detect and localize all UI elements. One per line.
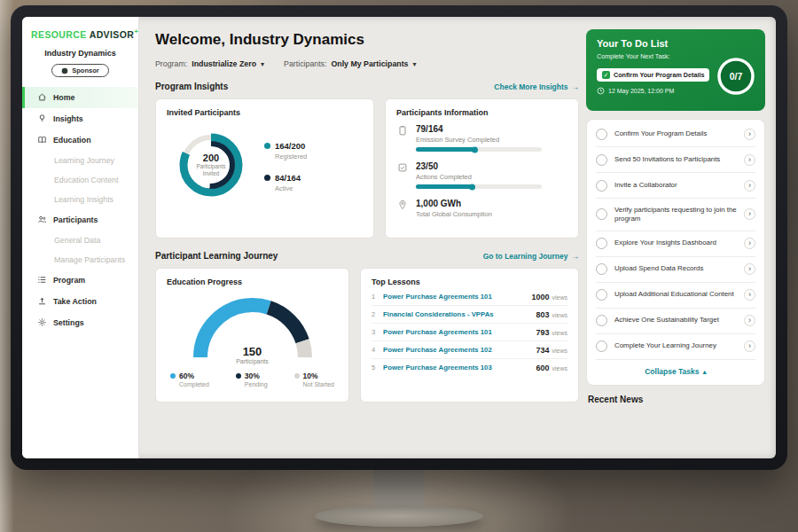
task-checkbox[interactable] xyxy=(596,129,607,140)
sidebar-item-take-action[interactable]: Take Action xyxy=(22,291,138,312)
task-row[interactable]: Upload Additional Educational Content › xyxy=(596,283,755,309)
sidebar-item-label: Manage Participants xyxy=(54,255,125,264)
participants-filter-value: Only My Participants xyxy=(331,59,408,68)
legend-value: 10% xyxy=(303,372,318,380)
sidebar-item-program[interactable]: Program xyxy=(22,270,138,291)
task-checkbox[interactable] xyxy=(596,180,607,192)
lesson-link[interactable]: Power Purchase Agreements 103 xyxy=(383,364,492,372)
check-more-insights-link[interactable]: Check More Insights → xyxy=(494,82,579,91)
legend-pending: 30% Pending xyxy=(236,372,268,387)
metric-value: 23/50 xyxy=(416,161,542,171)
sidebar-item-learning-journey[interactable]: Learning Journey xyxy=(22,151,138,170)
chevron-up-icon: ▴ xyxy=(702,367,706,376)
checklist-icon xyxy=(396,161,408,189)
todo-panel: Your To Do List Complete Your Next Task:… xyxy=(586,17,776,458)
card-title: Education Progress xyxy=(167,278,338,286)
task-row[interactable]: Achieve One Sustainability Target › xyxy=(596,309,755,334)
task-checkbox[interactable] xyxy=(596,238,607,249)
invited-donut-chart: 200 Participants Invited xyxy=(167,121,255,209)
metric-label: Total Global Consumption xyxy=(416,210,492,218)
lesson-row: 2 Financial Considerations - VPPAs 803vi… xyxy=(372,306,567,324)
chevron-right-icon[interactable]: › xyxy=(744,263,755,275)
task-checkbox[interactable] xyxy=(596,208,607,220)
task-row[interactable]: Upload Spend Data Records › xyxy=(596,257,755,283)
task-row[interactable]: Explore Your Insights Dashboard › xyxy=(596,231,755,257)
task-checkbox[interactable] xyxy=(596,315,607,326)
views-label: views xyxy=(552,348,567,354)
sidebar-item-insights[interactable]: Insights xyxy=(22,108,138,129)
todo-progress-ring: 0/7 xyxy=(716,56,756,97)
logo-secondary: ADVISOR xyxy=(90,29,135,40)
task-label: Confirm Your Program Details xyxy=(614,129,737,138)
sidebar-item-general-data[interactable]: General Data xyxy=(22,231,138,250)
task-label: Achieve One Sustainability Target xyxy=(614,316,737,325)
legend-not-started: 10% Not Started xyxy=(294,372,334,387)
chevron-right-icon[interactable]: › xyxy=(744,154,755,166)
participants-filter-dropdown[interactable]: Participants: Only My Participants ▾ xyxy=(284,59,416,68)
sidebar-item-learning-insights[interactable]: Learning Insights xyxy=(22,190,138,209)
invited-participants-card: Invited Participants 200 Participants In… xyxy=(155,98,374,239)
lesson-link[interactable]: Financial Considerations - VPPAs xyxy=(383,310,494,318)
monitor-bezel: RESOURCE ADVISOR+ Industry Dynamics Spon… xyxy=(11,5,787,470)
logo-plus: + xyxy=(134,27,138,35)
clock-icon xyxy=(597,87,605,95)
link-label: Check More Insights xyxy=(494,82,567,91)
dashboard-screen: RESOURCE ADVISOR+ Industry Dynamics Spon… xyxy=(22,17,776,458)
lesson-row: 1 Power Purchase Agreements 101 1000view… xyxy=(372,288,567,306)
sponsor-badge[interactable]: Sponsor xyxy=(51,64,108,77)
chevron-right-icon[interactable]: › xyxy=(744,340,755,352)
task-checkbox[interactable] xyxy=(596,340,607,352)
task-row[interactable]: Complete Your Learning Journey › xyxy=(596,334,755,360)
sidebar-item-manage-participants[interactable]: Manage Participants xyxy=(22,250,138,270)
metric-label: Emission Survey Completed xyxy=(416,136,542,144)
gauge-center-value: 150 xyxy=(186,345,319,358)
views-label: views xyxy=(552,330,567,336)
lesson-row: 3 Power Purchase Agreements 101 793views xyxy=(372,324,567,341)
chevron-down-icon: ▾ xyxy=(412,60,416,68)
book-icon xyxy=(36,135,47,145)
card-title: Participants Information xyxy=(396,108,567,117)
task-checkbox[interactable] xyxy=(596,289,607,301)
chevron-right-icon[interactable]: › xyxy=(744,238,755,249)
program-filter-dropdown[interactable]: Program: Industrialize Zero ▾ xyxy=(155,59,264,68)
chevron-right-icon[interactable]: › xyxy=(744,289,755,301)
card-title: Top Lessons xyxy=(372,278,567,286)
recent-news-heading: Recent News xyxy=(586,395,765,404)
chevron-right-icon[interactable]: › xyxy=(744,208,755,220)
task-checkbox[interactable] xyxy=(596,154,607,166)
chevron-right-icon[interactable]: › xyxy=(744,129,755,140)
task-label: Upload Additional Educational Content xyxy=(614,290,737,299)
sidebar-item-label: Insights xyxy=(53,114,83,123)
metric-value: 79/164 xyxy=(416,124,542,134)
task-row[interactable]: Verify participants requesting to join t… xyxy=(596,199,755,231)
sidebar-item-label: Education xyxy=(53,136,91,145)
legend-completed: 60% Completed xyxy=(170,372,209,387)
top-lessons-card: Top Lessons 1 Power Purchase Agreements … xyxy=(360,268,579,403)
sidebar-item-label: Participants xyxy=(53,215,98,224)
legend-label: Not Started xyxy=(303,381,334,387)
lesson-link[interactable]: Power Purchase Agreements 101 xyxy=(383,293,492,301)
chevron-right-icon[interactable]: › xyxy=(744,315,755,326)
metric-value: 1,000 GWh xyxy=(416,199,492,208)
program-insights-title: Program Insights xyxy=(155,82,228,91)
sidebar-item-home[interactable]: Home xyxy=(22,87,138,108)
task-row[interactable]: Confirm Your Program Details › xyxy=(596,121,755,147)
lesson-link[interactable]: Power Purchase Agreements 102 xyxy=(383,346,492,354)
gray-dot-icon xyxy=(294,373,300,379)
legend-value: 164/200 xyxy=(275,141,305,151)
task-label: Send 50 Invitations to Participants xyxy=(614,155,737,164)
sidebar-item-participants[interactable]: Participants xyxy=(22,209,138,231)
task-row[interactable]: Invite a Collaborator › xyxy=(596,173,755,199)
go-to-learning-journey-link[interactable]: Go to Learning Journey → xyxy=(483,252,579,261)
people-icon xyxy=(36,215,47,224)
chevron-right-icon[interactable]: › xyxy=(744,180,755,192)
sidebar-item-education[interactable]: Education xyxy=(22,129,138,151)
sidebar-item-education-content[interactable]: Education Content xyxy=(22,170,138,190)
collapse-tasks-link[interactable]: Collapse Tasks ▴ xyxy=(596,360,755,383)
task-row[interactable]: Send 50 Invitations to Participants › xyxy=(596,147,755,173)
lesson-link[interactable]: Power Purchase Agreements 101 xyxy=(383,328,492,336)
due-datetime: 12 May 2025, 12:00 PM xyxy=(608,88,674,94)
sidebar-item-settings[interactable]: Settings xyxy=(22,312,138,333)
next-task-chip[interactable]: ✓ Confirm Your Program Details xyxy=(597,68,709,82)
task-checkbox[interactable] xyxy=(596,263,607,275)
